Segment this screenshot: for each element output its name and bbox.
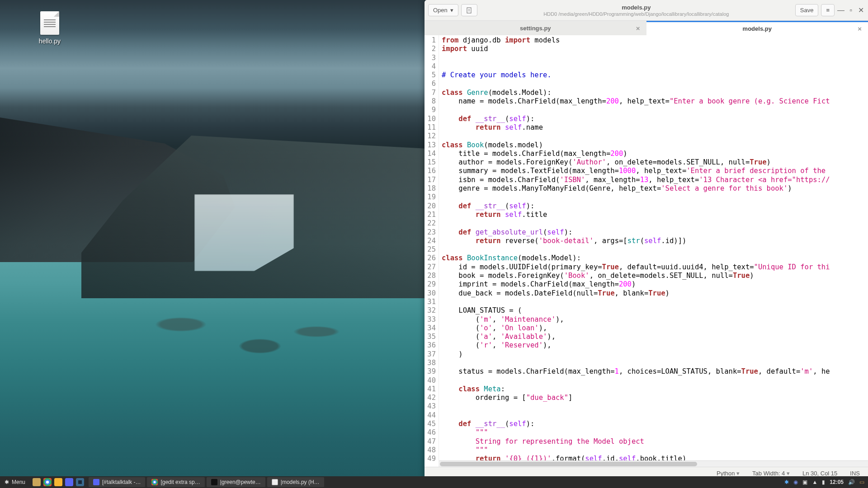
bluetooth-icon[interactable]: ✱ [784,479,789,485]
tab-close-icon[interactable]: × [858,25,862,33]
tab-label: settings.py [520,25,551,32]
taskbar-item-terminal[interactable]: |green@pewte… [207,477,265,487]
minimize-button[interactable]: — [837,7,844,14]
wifi-icon[interactable]: ▲ [812,479,817,485]
code-area[interactable]: from django.db import models import uuid… [439,35,868,467]
save-button[interactable]: Save [795,4,819,16]
gedit-window: Open ▾ models.py HDD0 /media/green/HDD0/… [425,0,868,479]
chrome-icon[interactable] [43,478,52,486]
document-tabs: settings.py × models.py × [425,21,868,35]
terminal-icon [211,479,217,485]
taskbar-item-label: |models.py (H… [281,479,320,485]
files-icon[interactable] [33,478,41,486]
battery-icon[interactable]: ▮ [822,479,825,485]
line-number-gutter: 1 2 3 4 5 6 7 8 9 10 11 12 13 14 15 16 1… [425,35,439,467]
open-button[interactable]: Open ▾ [428,4,458,16]
language-selector[interactable]: Python [717,470,740,477]
start-menu-button[interactable]: ✱ Menu [0,479,30,485]
discord-icon[interactable] [65,478,73,486]
system-tray: ✱ ◉ ▣ ▲ ▮ 12:05 🔊 ▭ [781,479,868,485]
taskbar-item-label: |green@pewte… [220,479,261,485]
tab-settings-py[interactable]: settings.py × [425,21,646,35]
moon-icon[interactable] [54,478,62,486]
desktop-file-hello-py[interactable]: hello.py [32,11,68,45]
clock[interactable]: 12:05 [830,479,844,485]
taskbar-item-label: [gedit extra sp… [160,479,200,485]
tab-width-selector[interactable]: Tab Width: 4 [752,470,790,477]
start-menu-label: Menu [12,479,25,485]
horizontal-scrollbar[interactable] [439,460,868,467]
discord-tray-icon[interactable]: ◉ [793,479,798,485]
file-icon [40,11,59,35]
shield-icon[interactable]: ▣ [802,479,807,485]
cursor-position: Ln 30, Col 15 [802,470,837,477]
taskbar-item-chrome[interactable]: [gedit extra sp… [147,477,204,487]
quick-launch [30,478,87,486]
gedit-icon [272,479,278,485]
editor-body[interactable]: 1 2 3 4 5 6 7 8 9 10 11 12 13 14 15 16 1… [425,35,868,467]
titlebar: Open ▾ models.py HDD0 /media/green/HDD0/… [425,0,868,21]
scrollbar-thumb[interactable] [440,462,697,466]
chrome-icon [151,479,158,485]
chevron-down-icon: ▾ [450,7,453,14]
maximize-button[interactable]: ▫ [847,7,854,14]
discord-icon [93,479,99,485]
tab-close-icon[interactable]: × [636,24,640,32]
open-button-label: Open [433,7,448,14]
tab-label: models.py [743,25,772,32]
tab-models-py[interactable]: models.py × [646,21,868,35]
taskbar-item-discord[interactable]: [#talktalktalk -… [89,477,145,487]
window-subtitle-path: HDD0 /media/green/HDD0/Programming/web/D… [481,11,792,17]
close-button[interactable]: ✕ [857,7,864,14]
hamburger-menu-button[interactable]: ≡ [821,4,835,16]
show-desktop-icon[interactable]: ▭ [859,479,864,485]
window-title: models.py [481,4,792,11]
taskbar: ✱ Menu [#talktalktalk -… [gedit extra sp… [0,476,868,488]
desktop-file-label: hello.py [32,38,68,45]
svg-rect-0 [467,8,471,13]
new-document-button[interactable] [461,4,477,16]
desktop-rocks [136,303,362,375]
insert-mode: INS [850,470,860,477]
taskbar-item-gedit[interactable]: |models.py (H… [267,477,324,487]
start-menu-icon: ✱ [5,479,9,485]
volume-icon[interactable]: 🔊 [848,479,855,485]
steam-icon[interactable] [76,478,84,486]
taskbar-item-label: [#talktalktalk -… [102,479,141,485]
